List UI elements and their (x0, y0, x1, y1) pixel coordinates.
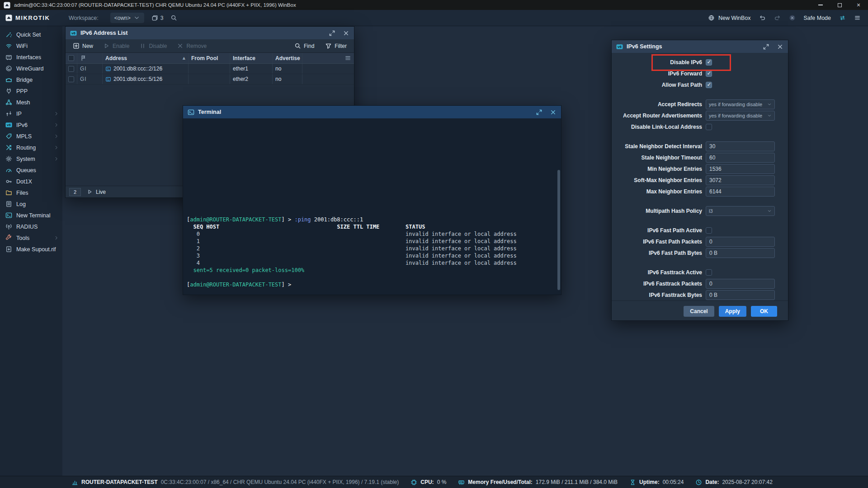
filter-icon (325, 42, 332, 49)
address-row[interactable]: GI2001:db8:ccc::5/126ether2no (66, 74, 354, 84)
sidebar-item-tools[interactable]: Tools (0, 232, 62, 244)
sidebar-item-make-supout-rif[interactable]: Make Supout.rif (0, 244, 62, 255)
workspace-dropdown[interactable]: <own> (110, 13, 144, 23)
undo-button[interactable] (759, 14, 766, 21)
live-button[interactable]: Live (86, 188, 106, 195)
allow-fast-path-checkbox[interactable] (706, 82, 712, 88)
uptime-label: Uptime: (639, 479, 660, 485)
column-address-label: Address (105, 55, 127, 61)
minimize-button[interactable] (811, 0, 830, 10)
column-settings-icon[interactable] (344, 55, 351, 61)
ipv6-settings-titlebar[interactable]: v6 IPv6 Settings (612, 40, 788, 53)
form-gap (612, 197, 788, 205)
sidebar-item-bridge[interactable]: Bridge (0, 74, 62, 85)
disable-ipv6-checkbox[interactable] (706, 59, 712, 66)
files-icon (5, 189, 13, 196)
disable-link-local-address-checkbox[interactable] (706, 124, 712, 130)
stale-neighbor-detect-interval-input[interactable]: 30 (706, 141, 775, 151)
row-checkbox[interactable] (68, 66, 74, 72)
sidebar-item-files[interactable]: Files (0, 187, 62, 198)
column-address[interactable]: Address▲ (103, 53, 189, 63)
ipv6-fast-path-active-checkbox[interactable] (706, 227, 712, 234)
row-interface: ether1 (230, 64, 273, 74)
sidebar-item-wireguard[interactable]: WireGuard (0, 63, 62, 74)
safe-mode-toggle[interactable] (839, 14, 846, 21)
remove-button[interactable]: Remove (172, 41, 211, 51)
sidebar-item-wifi[interactable]: WiFi (0, 40, 62, 52)
expand-icon[interactable] (763, 43, 769, 50)
column-from-pool[interactable]: From Pool (189, 53, 230, 63)
expand-icon[interactable] (329, 30, 335, 37)
expand-icon[interactable] (536, 109, 542, 116)
close-icon[interactable] (343, 30, 349, 37)
setting-row-ipv6-fasttrack-bytes: IPv6 Fasttrack Bytes0 B (612, 289, 788, 300)
column-flags[interactable] (77, 53, 103, 63)
form-gap (612, 216, 788, 225)
new-button[interactable]: New (68, 41, 98, 51)
row-checkbox[interactable] (68, 76, 74, 82)
setting-row-ipv6-fast-path-packets: IPv6 Fast Path Packets0 (612, 236, 788, 247)
min-neighbor-entries-input[interactable]: 1536 (706, 164, 775, 174)
new-winbox-button[interactable]: New WinBox (708, 14, 751, 21)
maximize-button[interactable] (830, 0, 849, 10)
menu-button[interactable] (854, 14, 861, 21)
sidebar-item-interfaces[interactable]: Interfaces (0, 52, 62, 63)
terminal-lines: [admin@ROUTER-DATAPACKET-TEST] > :ping 2… (187, 216, 555, 288)
search-button[interactable] (170, 14, 177, 21)
terminal-output[interactable]: [admin@ROUTER-DATAPACKET-TEST] > :ping 2… (183, 118, 561, 295)
sidebar-item-radius[interactable]: RADIUS (0, 221, 62, 232)
sidebar-item-dot1x[interactable]: Dot1X (0, 176, 62, 187)
sidebar-item-log[interactable]: Log (0, 198, 62, 210)
router-identity: ROUTER-DATAPACKET-TEST (81, 479, 158, 485)
select-all-checkbox[interactable] (68, 55, 74, 61)
column-advertise[interactable]: Advertise (273, 53, 302, 63)
sidebar-item-new-terminal[interactable]: New Terminal (0, 210, 62, 221)
enable-button[interactable]: Enable (99, 41, 134, 51)
sidebar-item-routing[interactable]: Routing (0, 142, 62, 153)
terminal-scrollbar[interactable] (557, 120, 561, 293)
sidebar-item-ppp[interactable]: PPP (0, 85, 62, 97)
ipv6-fasttrack-bytes-input[interactable]: 0 B (706, 290, 775, 300)
sidebar-item-ipv6[interactable]: v6IPv6 (0, 119, 62, 131)
chevron-right-icon (54, 134, 59, 139)
setting-row-soft-max-neighbor-entries: Soft-Max Neighbor Entries3072 (612, 174, 788, 186)
open-windows-button[interactable]: 3 (151, 14, 164, 21)
table-header: Address▲ From Pool Interface Advertise (66, 53, 354, 64)
stale-neighbor-timeout-input[interactable]: 60 (706, 153, 775, 163)
redo-button[interactable] (774, 14, 781, 21)
ipv6-fast-path-packets-input[interactable]: 0 (706, 237, 775, 247)
ok-button[interactable]: OK (751, 306, 777, 317)
sidebar-item-ip[interactable]: IP (0, 108, 62, 119)
sidebar-item-mesh[interactable]: Mesh (0, 97, 62, 108)
close-button[interactable]: × (849, 0, 868, 10)
sidebar-item-quick-set[interactable]: Quick Set (0, 29, 62, 40)
sidebar-item-system[interactable]: System (0, 153, 62, 164)
cancel-button[interactable]: Cancel (684, 306, 714, 317)
close-icon[interactable] (550, 109, 557, 116)
multipath-hash-policy-select[interactable]: l3 (706, 206, 775, 216)
setting-row-disable-link-local-address: Disable Link-Local Address (612, 121, 788, 132)
ipv6-address-list-titlebar[interactable]: v6 IPv6 Address List (66, 27, 354, 39)
find-button[interactable]: Find (290, 41, 319, 51)
apply-button[interactable]: Apply (719, 306, 746, 317)
ipv6-fast-path-bytes-input[interactable]: 0 B (706, 248, 775, 258)
address-row[interactable]: GI2001:db8:ccc::2/126ether1no (66, 64, 354, 74)
sidebar-item-mpls[interactable]: MPLS (0, 131, 62, 142)
sidebar-item-queues[interactable]: Queues (0, 164, 62, 176)
setting-row-multipath-hash-policy: Multipath Hash Policyl3 (612, 205, 788, 216)
accept-router-advertisements-select[interactable]: yes if forwarding disable (706, 111, 775, 121)
ipv6-fasttrack-packets-input[interactable]: 0 (706, 279, 775, 289)
accept-redirects-select[interactable]: yes if forwarding disable (706, 99, 775, 109)
close-icon[interactable] (777, 43, 783, 50)
terminal-titlebar[interactable]: Terminal (183, 106, 561, 118)
filter-button[interactable]: Filter (321, 41, 351, 51)
max-neighbor-entries-input[interactable]: 6144 (706, 187, 775, 197)
column-interface[interactable]: Interface (230, 53, 273, 63)
ipv6-fasttrack-active-checkbox[interactable] (706, 269, 712, 276)
soft-max-neighbor-entries-input[interactable]: 3072 (706, 175, 775, 185)
disable-button[interactable]: Disable (135, 41, 171, 51)
ipv6-forward-checkbox[interactable] (706, 70, 712, 77)
app-titlebar[interactable]: admin@0C:33:4C:23:00:07 (ROUTER-DATAPACK… (0, 0, 868, 10)
scrollbar-thumb[interactable] (557, 170, 560, 290)
cancel-operation-button[interactable] (789, 14, 796, 21)
